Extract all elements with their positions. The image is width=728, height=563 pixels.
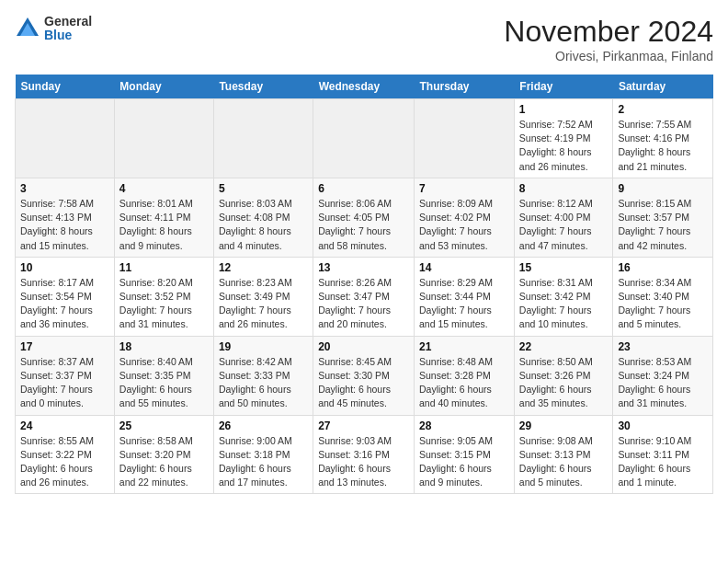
calendar-cell [114, 99, 213, 178]
cell-info: Sunrise: 8:23 AMSunset: 3:49 PMDaylight:… [219, 276, 308, 332]
week-row-3: 10Sunrise: 8:17 AMSunset: 3:54 PMDayligh… [16, 257, 713, 336]
calendar-cell [16, 99, 115, 178]
cell-info: Sunrise: 8:42 AMSunset: 3:33 PMDaylight:… [219, 355, 308, 411]
calendar-cell: 21Sunrise: 8:48 AMSunset: 3:28 PMDayligh… [415, 336, 515, 415]
calendar-header: SundayMondayTuesdayWednesdayThursdayFrid… [16, 75, 713, 99]
cell-day-number: 10 [20, 261, 109, 274]
calendar-cell: 18Sunrise: 8:40 AMSunset: 3:35 PMDayligh… [114, 336, 213, 415]
header: General Blue November 2024 Orivesi, Pirk… [15, 15, 713, 63]
calendar-cell [213, 99, 313, 178]
calendar-table: SundayMondayTuesdayWednesdayThursdayFrid… [15, 75, 713, 494]
calendar-cell: 1Sunrise: 7:52 AMSunset: 4:19 PMDaylight… [514, 99, 613, 178]
cell-day-number: 3 [20, 182, 109, 195]
page-subtitle: Orivesi, Pirkanmaa, Finland [504, 49, 713, 63]
cell-info: Sunrise: 9:05 AMSunset: 3:15 PMDaylight:… [419, 434, 509, 490]
cell-info: Sunrise: 8:34 AMSunset: 3:40 PMDaylight:… [618, 276, 708, 332]
calendar-cell: 26Sunrise: 9:00 AMSunset: 3:18 PMDayligh… [213, 415, 313, 494]
calendar-cell: 20Sunrise: 8:45 AMSunset: 3:30 PMDayligh… [313, 336, 415, 415]
page-title: November 2024 [504, 15, 713, 49]
cell-info: Sunrise: 8:29 AMSunset: 3:44 PMDaylight:… [419, 276, 509, 332]
cell-day-number: 5 [219, 182, 308, 195]
cell-day-number: 14 [419, 261, 509, 274]
header-row: SundayMondayTuesdayWednesdayThursdayFrid… [16, 75, 713, 99]
header-day-tuesday: Tuesday [213, 75, 313, 99]
cell-info: Sunrise: 9:03 AMSunset: 3:16 PMDaylight:… [318, 434, 409, 490]
header-day-friday: Friday [514, 75, 613, 99]
cell-info: Sunrise: 8:06 AMSunset: 4:05 PMDaylight:… [318, 197, 409, 253]
cell-day-number: 1 [519, 103, 609, 116]
cell-day-number: 24 [20, 419, 109, 432]
calendar-cell: 9Sunrise: 8:15 AMSunset: 3:57 PMDaylight… [613, 178, 713, 257]
cell-day-number: 8 [519, 182, 609, 195]
cell-info: Sunrise: 8:37 AMSunset: 3:37 PMDaylight:… [20, 355, 109, 411]
calendar-cell [415, 99, 515, 178]
cell-info: Sunrise: 8:17 AMSunset: 3:54 PMDaylight:… [20, 276, 109, 332]
calendar-cell: 22Sunrise: 8:50 AMSunset: 3:26 PMDayligh… [514, 336, 613, 415]
logo-general: General [44, 15, 92, 29]
cell-day-number: 17 [20, 340, 109, 353]
cell-info: Sunrise: 9:10 AMSunset: 3:11 PMDaylight:… [618, 434, 708, 490]
header-day-sunday: Sunday [16, 75, 115, 99]
calendar-cell: 24Sunrise: 8:55 AMSunset: 3:22 PMDayligh… [16, 415, 115, 494]
calendar-cell: 7Sunrise: 8:09 AMSunset: 4:02 PMDaylight… [415, 178, 515, 257]
cell-info: Sunrise: 8:12 AMSunset: 4:00 PMDaylight:… [519, 197, 609, 253]
calendar-cell: 8Sunrise: 8:12 AMSunset: 4:00 PMDaylight… [514, 178, 613, 257]
calendar-cell: 3Sunrise: 7:58 AMSunset: 4:13 PMDaylight… [16, 178, 115, 257]
cell-info: Sunrise: 8:01 AMSunset: 4:11 PMDaylight:… [119, 197, 209, 253]
cell-info: Sunrise: 7:55 AMSunset: 4:16 PMDaylight:… [618, 118, 708, 174]
cell-day-number: 2 [618, 103, 708, 116]
cell-day-number: 21 [419, 340, 509, 353]
cell-info: Sunrise: 8:50 AMSunset: 3:26 PMDaylight:… [519, 355, 609, 411]
cell-day-number: 6 [318, 182, 409, 195]
cell-info: Sunrise: 8:03 AMSunset: 4:08 PMDaylight:… [219, 197, 308, 253]
calendar-cell: 2Sunrise: 7:55 AMSunset: 4:16 PMDaylight… [613, 99, 713, 178]
cell-info: Sunrise: 9:00 AMSunset: 3:18 PMDaylight:… [219, 434, 308, 490]
calendar-cell: 25Sunrise: 8:58 AMSunset: 3:20 PMDayligh… [114, 415, 213, 494]
cell-day-number: 20 [318, 340, 409, 353]
calendar-cell: 29Sunrise: 9:08 AMSunset: 3:13 PMDayligh… [514, 415, 613, 494]
cell-info: Sunrise: 8:31 AMSunset: 3:42 PMDaylight:… [519, 276, 609, 332]
calendar-cell: 11Sunrise: 8:20 AMSunset: 3:52 PMDayligh… [114, 257, 213, 336]
cell-info: Sunrise: 8:15 AMSunset: 3:57 PMDaylight:… [618, 197, 708, 253]
calendar-cell: 5Sunrise: 8:03 AMSunset: 4:08 PMDaylight… [213, 178, 313, 257]
cell-info: Sunrise: 8:58 AMSunset: 3:20 PMDaylight:… [119, 434, 209, 490]
header-day-monday: Monday [114, 75, 213, 99]
calendar-cell: 10Sunrise: 8:17 AMSunset: 3:54 PMDayligh… [16, 257, 115, 336]
week-row-4: 17Sunrise: 8:37 AMSunset: 3:37 PMDayligh… [16, 336, 713, 415]
calendar-cell: 14Sunrise: 8:29 AMSunset: 3:44 PMDayligh… [415, 257, 515, 336]
cell-day-number: 19 [219, 340, 308, 353]
cell-day-number: 28 [419, 419, 509, 432]
cell-info: Sunrise: 8:55 AMSunset: 3:22 PMDaylight:… [20, 434, 109, 490]
calendar-cell: 19Sunrise: 8:42 AMSunset: 3:33 PMDayligh… [213, 336, 313, 415]
cell-day-number: 9 [618, 182, 708, 195]
calendar-cell: 27Sunrise: 9:03 AMSunset: 3:16 PMDayligh… [313, 415, 415, 494]
cell-day-number: 25 [119, 419, 209, 432]
header-day-saturday: Saturday [613, 75, 713, 99]
header-day-thursday: Thursday [415, 75, 515, 99]
cell-day-number: 13 [318, 261, 409, 274]
cell-day-number: 15 [519, 261, 609, 274]
logo: General Blue [15, 15, 92, 43]
week-row-5: 24Sunrise: 8:55 AMSunset: 3:22 PMDayligh… [16, 415, 713, 494]
logo-text: General Blue [44, 15, 92, 43]
cell-day-number: 26 [219, 419, 308, 432]
cell-day-number: 29 [519, 419, 609, 432]
cell-day-number: 23 [618, 340, 708, 353]
cell-info: Sunrise: 8:20 AMSunset: 3:52 PMDaylight:… [119, 276, 209, 332]
calendar-cell: 12Sunrise: 8:23 AMSunset: 3:49 PMDayligh… [213, 257, 313, 336]
calendar-cell [313, 99, 415, 178]
calendar-cell: 6Sunrise: 8:06 AMSunset: 4:05 PMDaylight… [313, 178, 415, 257]
calendar-cell: 13Sunrise: 8:26 AMSunset: 3:47 PMDayligh… [313, 257, 415, 336]
week-row-2: 3Sunrise: 7:58 AMSunset: 4:13 PMDaylight… [16, 178, 713, 257]
cell-info: Sunrise: 8:09 AMSunset: 4:02 PMDaylight:… [419, 197, 509, 253]
cell-info: Sunrise: 7:58 AMSunset: 4:13 PMDaylight:… [20, 197, 109, 253]
calendar-cell: 28Sunrise: 9:05 AMSunset: 3:15 PMDayligh… [415, 415, 515, 494]
cell-day-number: 18 [119, 340, 209, 353]
cell-day-number: 27 [318, 419, 409, 432]
calendar-body: 1Sunrise: 7:52 AMSunset: 4:19 PMDaylight… [16, 99, 713, 494]
cell-info: Sunrise: 8:40 AMSunset: 3:35 PMDaylight:… [119, 355, 209, 411]
cell-info: Sunrise: 8:48 AMSunset: 3:28 PMDaylight:… [419, 355, 509, 411]
cell-day-number: 30 [618, 419, 708, 432]
calendar-cell: 23Sunrise: 8:53 AMSunset: 3:24 PMDayligh… [613, 336, 713, 415]
cell-info: Sunrise: 9:08 AMSunset: 3:13 PMDaylight:… [519, 434, 609, 490]
